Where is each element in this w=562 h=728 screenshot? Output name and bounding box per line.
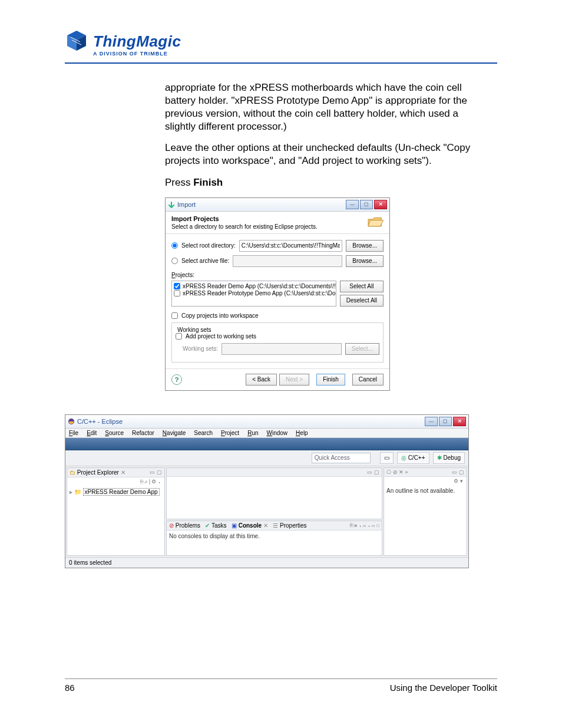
- working-sets-title: Working sets: [176, 327, 213, 333]
- back-button[interactable]: < Back: [246, 374, 277, 386]
- menu-run[interactable]: Run: [247, 430, 258, 436]
- menu-file[interactable]: File: [69, 430, 78, 436]
- tab-console[interactable]: Console: [239, 522, 262, 529]
- header-logo: ThingMagic A DIVISION OF TRIMBLE: [65, 29, 497, 57]
- tab-tasks[interactable]: Tasks: [211, 522, 227, 529]
- ide-titlebar: C/C++ - Eclipse — ▢ ✕: [65, 415, 468, 429]
- eclipse-icon: [68, 418, 75, 425]
- maximize-button[interactable]: ▢: [360, 200, 373, 209]
- menu-source[interactable]: Source: [105, 430, 124, 436]
- ide-title: C/C++ - Eclipse: [77, 418, 123, 425]
- outline-menu[interactable]: ⚙ ▾: [384, 477, 467, 485]
- archive-input: [233, 255, 342, 267]
- root-dir-radio[interactable]: [171, 242, 178, 249]
- paragraph-2: Leave the other options at their uncheck…: [165, 141, 480, 167]
- project-row-2[interactable]: xPRESS Reader Prototype Demo App (C:\Use…: [174, 290, 334, 297]
- page-footer: 86 Using the Developer Toolkit: [65, 678, 497, 693]
- ws-input: [222, 343, 341, 355]
- close-button[interactable]: ✕: [374, 200, 387, 209]
- console-toolbar[interactable]: ⎘ ▣ ▾ ▭ ▾ ▭ ▢: [350, 522, 379, 528]
- pane-controls[interactable]: ▭ ▢: [150, 469, 162, 475]
- minimize-button[interactable]: —: [346, 200, 359, 209]
- problems-icon: ⊘: [169, 522, 174, 529]
- project-2-checkbox[interactable]: [174, 290, 180, 297]
- copy-checkbox[interactable]: [171, 312, 178, 319]
- wizard-description: Select a directory to search for existin…: [171, 223, 318, 230]
- console-body: No consoles to display at this time.: [167, 531, 382, 555]
- debug-perspective-button[interactable]: ✱ Debug: [433, 452, 465, 464]
- projects-list[interactable]: xPRESS Reader Demo App (C:\Users\d:st:c:…: [171, 281, 336, 307]
- menu-edit[interactable]: Edit: [87, 430, 97, 436]
- menu-search[interactable]: Search: [194, 430, 213, 436]
- status-bar: 0 items selected: [65, 557, 468, 568]
- explorer-toolbar[interactable]: ⎘ ⇄ | ⚙ ▾: [67, 477, 164, 486]
- ccpp-icon: ◎: [401, 454, 406, 461]
- menu-window[interactable]: Window: [267, 430, 288, 436]
- ccpp-perspective-button[interactable]: ◎ C/C++: [397, 452, 429, 464]
- cancel-button[interactable]: Cancel: [352, 374, 384, 386]
- menu-navigate[interactable]: Navigate: [163, 430, 186, 436]
- add-ws-checkbox[interactable]: [176, 333, 182, 340]
- tab-properties[interactable]: Properties: [280, 522, 307, 529]
- menu-refactor[interactable]: Refactor: [132, 430, 154, 436]
- dialog-titlebar: Import — ▢ ✕: [166, 198, 389, 212]
- quick-access-input[interactable]: Quick Access: [312, 453, 371, 463]
- bug-icon: ✱: [437, 454, 442, 461]
- cube-icon: [65, 29, 88, 53]
- project-1-checkbox[interactable]: [174, 283, 180, 289]
- menu-project[interactable]: Project: [221, 430, 239, 436]
- select-all-button[interactable]: Select All: [340, 281, 384, 292]
- menu-help[interactable]: Help: [296, 430, 308, 436]
- copy-label: Copy projects into workspace: [181, 312, 259, 319]
- root-dir-input[interactable]: [239, 240, 343, 252]
- outline-toolbar[interactable]: ⎔ ⊘ ✕ »: [386, 469, 408, 475]
- tree-expander-icon[interactable]: ▸: [70, 489, 72, 495]
- project-item[interactable]: xPRESS Reader Demo App: [83, 488, 160, 496]
- help-icon[interactable]: ?: [171, 374, 182, 385]
- projects-label: Projects:: [171, 272, 384, 278]
- dialog-title: Import: [177, 201, 196, 208]
- tab-close-icon[interactable]: ✕: [121, 469, 125, 476]
- next-button[interactable]: Next >: [279, 374, 309, 386]
- project-item-icon: 📁: [74, 489, 81, 495]
- tab-problems[interactable]: Problems: [176, 522, 200, 529]
- tasks-icon: ✔: [205, 522, 210, 529]
- import-icon: [168, 201, 175, 208]
- paragraph-1: appropriate for the xPRESS motherboards …: [165, 81, 480, 133]
- ide-close-button[interactable]: ✕: [453, 417, 466, 426]
- project-2-label: xPRESS Reader Prototype Demo App (C:\Use…: [183, 290, 336, 297]
- open-perspective-button[interactable]: ▭: [380, 452, 394, 464]
- logo-text: ThingMagic: [93, 32, 181, 51]
- bottom-pane: ⊘ Problems ✔ Tasks ▣ Console ✕ ☰ Propert…: [166, 521, 382, 556]
- console-close-icon[interactable]: ✕: [263, 522, 268, 529]
- add-ws-label: Add project to working sets: [186, 333, 256, 340]
- finish-button[interactable]: Finish: [316, 374, 345, 386]
- console-icon: ▣: [232, 522, 237, 529]
- archive-label: Select archive file:: [181, 258, 229, 264]
- browse-root-button[interactable]: Browse...: [346, 240, 384, 252]
- deselect-all-button[interactable]: Deselect All: [340, 295, 384, 307]
- main-toolbar[interactable]: [65, 438, 468, 450]
- project-row-1[interactable]: xPRESS Reader Demo App (C:\Users\d:st:c:…: [174, 283, 334, 290]
- import-dialog: Import — ▢ ✕ Import Projects Select a di…: [165, 197, 390, 391]
- outline-pane: ⎔ ⊘ ✕ » ▭ ▢ ⚙ ▾ An outline is not availa…: [384, 467, 467, 556]
- page-number: 86: [65, 683, 75, 693]
- header-rule: [65, 62, 497, 64]
- ide-min-button[interactable]: —: [425, 417, 438, 426]
- project-explorer-pane: 🗀 Project Explorer ✕ ▭ ▢ ⎘ ⇄ | ⚙ ▾ ▸ 📁 x…: [67, 467, 165, 556]
- root-dir-label: Select root directory:: [181, 242, 236, 249]
- project-explorer-tab[interactable]: Project Explorer: [77, 469, 119, 476]
- editor-controls[interactable]: ▭ ▢: [367, 469, 379, 475]
- editor-pane: ▭ ▢: [166, 467, 382, 519]
- outline-controls[interactable]: ▭ ▢: [452, 469, 464, 475]
- ide-max-button[interactable]: ▢: [439, 417, 452, 426]
- menu-bar: File Edit Source Refactor Navigate Searc…: [65, 429, 468, 438]
- outline-message: An outline is not available.: [384, 485, 467, 555]
- folder-open-icon: [367, 215, 384, 229]
- ws-select-button[interactable]: Select...: [345, 343, 379, 355]
- browse-archive-button[interactable]: Browse...: [346, 255, 384, 267]
- logo-subtext: A DIVISION OF TRIMBLE: [93, 51, 497, 57]
- perspective-icon: ▭: [384, 454, 389, 461]
- paragraph-3: Press Finish: [165, 176, 480, 189]
- archive-radio[interactable]: [171, 258, 178, 264]
